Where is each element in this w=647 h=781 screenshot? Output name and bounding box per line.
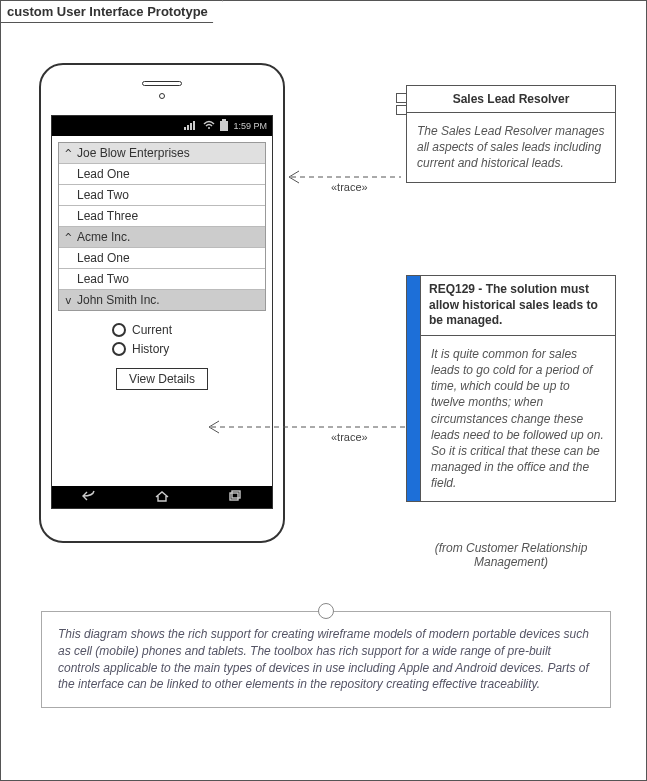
list-group-row[interactable]: ^ Joe Blow Enterprises bbox=[59, 143, 265, 164]
requirement-req129[interactable]: REQ129 - The solution must allow histori… bbox=[406, 275, 616, 502]
diagram-frame: custom User Interface Prototype 1:59 PM … bbox=[0, 0, 647, 781]
chevron-down-icon: v bbox=[65, 294, 77, 307]
trace-label: «trace» bbox=[331, 181, 368, 193]
group-label: Joe Blow Enterprises bbox=[77, 146, 190, 160]
svg-rect-7 bbox=[230, 493, 238, 500]
trace-connector bbox=[201, 419, 411, 435]
android-nav-bar bbox=[52, 486, 272, 508]
radio-group: Current History bbox=[52, 323, 272, 356]
radio-history[interactable]: History bbox=[112, 342, 212, 356]
diagram-note: This diagram shows the rich support for … bbox=[41, 611, 611, 708]
note-anchor-icon bbox=[318, 603, 334, 619]
list-group-row[interactable]: ^ Acme Inc. bbox=[59, 227, 265, 248]
status-bar: 1:59 PM bbox=[52, 116, 272, 136]
phone-screen: 1:59 PM ^ Joe Blow Enterprises Lead One … bbox=[51, 115, 273, 509]
status-time: 1:59 PM bbox=[233, 121, 267, 131]
battery-icon bbox=[220, 119, 228, 133]
phone-camera bbox=[159, 93, 165, 99]
list-item[interactable]: Lead Two bbox=[59, 269, 265, 290]
group-label: Acme Inc. bbox=[77, 230, 130, 244]
radio-label: History bbox=[132, 342, 169, 356]
radio-icon bbox=[112, 323, 126, 337]
list-group-row[interactable]: v John Smith Inc. bbox=[59, 290, 265, 310]
requirement-title: REQ129 - The solution must allow histori… bbox=[421, 276, 615, 336]
diagram-title: custom User Interface Prototype bbox=[0, 0, 223, 23]
requirement-source: (from Customer Relationship Management) bbox=[406, 541, 616, 569]
svg-rect-6 bbox=[220, 121, 228, 131]
chevron-up-icon: ^ bbox=[65, 231, 77, 244]
phone-speaker bbox=[142, 81, 182, 86]
wifi-icon bbox=[203, 120, 215, 132]
list-item[interactable]: Lead One bbox=[59, 164, 265, 185]
group-label: John Smith Inc. bbox=[77, 293, 160, 307]
radio-icon bbox=[112, 342, 126, 356]
requirement-stripe bbox=[407, 276, 421, 501]
svg-rect-1 bbox=[187, 125, 189, 130]
radio-label: Current bbox=[132, 323, 172, 337]
signal-icon bbox=[184, 120, 198, 132]
component-body: The Sales Lead Resolver manages all aspe… bbox=[407, 113, 615, 182]
svg-point-4 bbox=[208, 127, 210, 129]
list-item[interactable]: Lead One bbox=[59, 248, 265, 269]
home-icon[interactable] bbox=[154, 490, 170, 505]
list-item[interactable]: Lead Two bbox=[59, 185, 265, 206]
back-icon[interactable] bbox=[81, 490, 97, 505]
svg-rect-3 bbox=[193, 121, 195, 130]
view-details-button[interactable]: View Details bbox=[116, 368, 208, 390]
phone-wireframe: 1:59 PM ^ Joe Blow Enterprises Lead One … bbox=[39, 63, 285, 543]
list-item[interactable]: Lead Three bbox=[59, 206, 265, 227]
component-sales-lead-resolver[interactable]: Sales Lead Resolver The Sales Lead Resol… bbox=[406, 85, 616, 183]
requirement-body: It is quite common for sales leads to go… bbox=[421, 336, 615, 502]
radio-current[interactable]: Current bbox=[112, 323, 212, 337]
note-text: This diagram shows the rich support for … bbox=[41, 611, 611, 708]
chevron-up-icon: ^ bbox=[65, 147, 77, 160]
lead-list[interactable]: ^ Joe Blow Enterprises Lead One Lead Two… bbox=[58, 142, 266, 311]
svg-rect-2 bbox=[190, 123, 192, 130]
svg-rect-8 bbox=[232, 491, 240, 498]
component-title: Sales Lead Resolver bbox=[407, 86, 615, 113]
recent-icon[interactable] bbox=[227, 490, 243, 505]
svg-rect-0 bbox=[184, 127, 186, 130]
trace-label: «trace» bbox=[331, 431, 368, 443]
svg-rect-5 bbox=[222, 119, 226, 121]
